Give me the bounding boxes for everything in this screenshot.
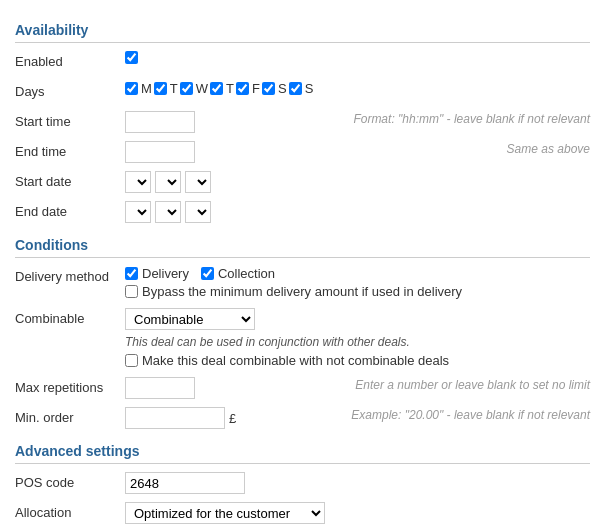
delivery-method-label: Delivery method <box>15 266 125 284</box>
enabled-checkbox[interactable] <box>125 51 138 64</box>
enabled-control <box>125 51 590 64</box>
days-control: M T W T F S S <box>125 81 590 96</box>
end-time-hint-text: Same as above <box>507 139 590 156</box>
enabled-label: Enabled <box>15 51 125 69</box>
end-date-label: End date <box>15 201 125 219</box>
bypass-checkbox[interactable] <box>125 285 138 298</box>
availability-section: Availability Enabled Days M T W T F S <box>15 22 590 225</box>
min-order-label: Min. order <box>15 407 125 425</box>
delivery-method-row: Delivery method Delivery Collection Bypa… <box>15 266 590 302</box>
start-date-month-select[interactable] <box>155 171 181 193</box>
conditions-section: Conditions Delivery method Delivery Coll… <box>15 237 590 431</box>
delivery-method-control: Delivery Collection Bypass the minimum d… <box>125 266 590 302</box>
min-order-row: Min. order £ Example: "20.00" - leave bl… <box>15 407 590 431</box>
collection-label: Collection <box>218 266 275 281</box>
day-checkbox-s1[interactable] <box>262 82 275 95</box>
bypass-label: Bypass the minimum delivery amount if us… <box>142 284 462 299</box>
end-time-input[interactable] <box>125 141 195 163</box>
start-time-input[interactable] <box>125 111 195 133</box>
advanced-title: Advanced settings <box>15 443 590 464</box>
days-label: Days <box>15 81 125 99</box>
combinable-note: This deal can be used in conjunction wit… <box>125 334 449 349</box>
collection-checkbox[interactable] <box>201 267 214 280</box>
combinable-note-text: This deal can be used in conjunction wit… <box>125 335 410 349</box>
day-label-s1: S <box>278 81 287 96</box>
start-date-day-select[interactable] <box>125 171 151 193</box>
min-order-hint-text: Example: "20.00" - leave blank if not re… <box>351 405 590 422</box>
combinable-row: Combinable Combinable Not combinable Thi… <box>15 308 590 371</box>
min-order-hint: Example: "20.00" - leave blank if not re… <box>340 407 590 422</box>
max-rep-row: Max repetitions Enter a number or leave … <box>15 377 590 401</box>
allocation-control: Optimized for the customer Standard <box>125 502 590 524</box>
bypass-row: Bypass the minimum delivery amount if us… <box>125 284 462 299</box>
max-rep-hint-text: Enter a number or leave blank to set no … <box>355 375 590 392</box>
start-date-control <box>125 171 590 193</box>
make-combinable-label: Make this deal combinable with not combi… <box>142 353 449 368</box>
end-date-row: End date <box>15 201 590 225</box>
day-label-f: F <box>252 81 260 96</box>
combinable-control: Combinable Not combinable This deal can … <box>125 308 590 371</box>
start-time-control <box>125 111 340 133</box>
start-time-label: Start time <box>15 111 125 129</box>
start-time-hint: Format: "hh:mm" - leave blank if not rel… <box>340 111 590 126</box>
day-checkbox-f[interactable] <box>236 82 249 95</box>
day-checkbox-w[interactable] <box>180 82 193 95</box>
delivery-checkbox[interactable] <box>125 267 138 280</box>
day-checkbox-s2[interactable] <box>289 82 302 95</box>
day-checkbox-m[interactable] <box>125 82 138 95</box>
make-combinable-row: Make this deal combinable with not combi… <box>125 353 449 368</box>
day-label-w: W <box>196 81 208 96</box>
enabled-row: Enabled <box>15 51 590 75</box>
start-date-year-select[interactable] <box>185 171 211 193</box>
max-rep-hint: Enter a number or leave blank to set no … <box>340 377 590 392</box>
allocation-select[interactable]: Optimized for the customer Standard <box>125 502 325 524</box>
day-checkbox-t1[interactable] <box>154 82 167 95</box>
make-combinable-checkbox[interactable] <box>125 354 138 367</box>
days-row: Days M T W T F S S <box>15 81 590 105</box>
end-date-day-select[interactable] <box>125 201 151 223</box>
pos-code-input[interactable]: 2648 <box>125 472 245 494</box>
end-date-year-select[interactable] <box>185 201 211 223</box>
day-label-t1: T <box>170 81 178 96</box>
min-order-control: £ <box>125 407 340 429</box>
conditions-title: Conditions <box>15 237 590 258</box>
day-label-m: M <box>141 81 152 96</box>
start-time-row: Start time Format: "hh:mm" - leave blank… <box>15 111 590 135</box>
day-label-t2: T <box>226 81 234 96</box>
end-time-control <box>125 141 340 163</box>
combinable-label: Combinable <box>15 308 125 326</box>
day-label-s2: S <box>305 81 314 96</box>
day-checkbox-t2[interactable] <box>210 82 223 95</box>
delivery-collection-row: Delivery Collection <box>125 266 462 281</box>
pound-sign: £ <box>229 411 236 426</box>
combinable-select-row: Combinable Not combinable <box>125 308 449 330</box>
combinable-select[interactable]: Combinable Not combinable <box>125 308 255 330</box>
end-time-hint: Same as above <box>340 141 590 156</box>
end-date-control <box>125 201 590 223</box>
allocation-label: Allocation <box>15 502 125 520</box>
delivery-label: Delivery <box>142 266 189 281</box>
pos-code-label: POS code <box>15 472 125 490</box>
start-date-label: Start date <box>15 171 125 189</box>
allocation-row: Allocation Optimized for the customer St… <box>15 502 590 526</box>
max-rep-label: Max repetitions <box>15 377 125 395</box>
availability-title: Availability <box>15 22 590 43</box>
end-time-row: End time Same as above <box>15 141 590 165</box>
end-time-label: End time <box>15 141 125 159</box>
pos-code-control: 2648 <box>125 472 590 494</box>
advanced-section: Advanced settings POS code 2648 Allocati… <box>15 443 590 530</box>
max-rep-input[interactable] <box>125 377 195 399</box>
days-checkboxes: M T W T F S S <box>125 81 313 96</box>
min-order-input[interactable] <box>125 407 225 429</box>
max-rep-control <box>125 377 340 399</box>
pos-code-row: POS code 2648 <box>15 472 590 496</box>
end-date-month-select[interactable] <box>155 201 181 223</box>
delivery-options: Delivery Collection Bypass the minimum d… <box>125 266 462 302</box>
start-date-row: Start date <box>15 171 590 195</box>
start-time-hint-text: Format: "hh:mm" - leave blank if not rel… <box>353 109 590 126</box>
